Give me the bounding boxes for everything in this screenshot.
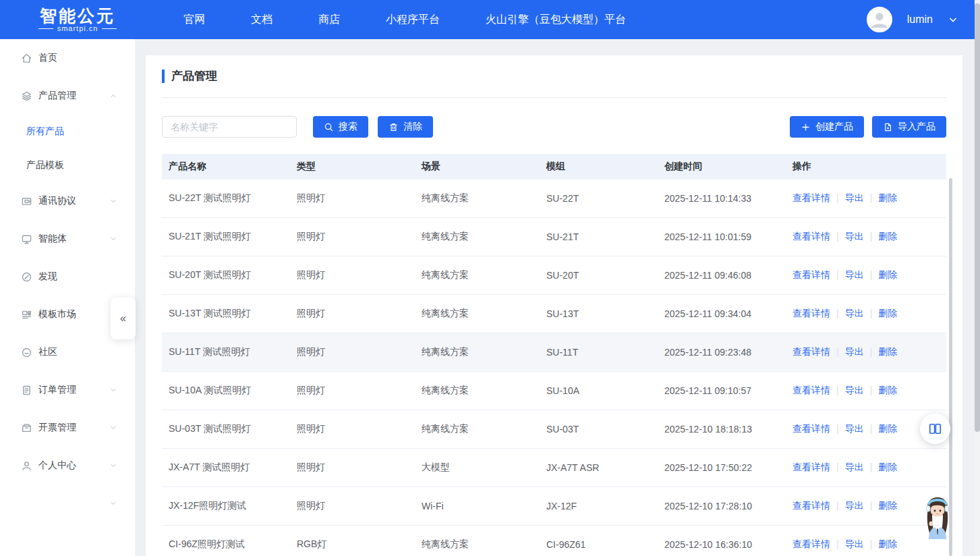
delete-link[interactable]: 删除 (878, 192, 897, 203)
nav-item-2[interactable]: 文档 (228, 0, 295, 39)
sidebar-item-5[interactable]: 发现 (0, 258, 135, 296)
view-details-link[interactable]: 查看详情 (792, 231, 830, 242)
username[interactable]: lumin (907, 13, 933, 26)
cell-type: 照明灯 (290, 462, 415, 474)
sidebar-item-4[interactable]: 智能体 (0, 220, 135, 258)
create-product-label: 创建产品 (815, 121, 853, 133)
sidebar-subitem-2[interactable]: 产品模板 (0, 148, 135, 182)
cell-type: 照明灯 (290, 269, 415, 281)
monitor-icon (21, 233, 32, 245)
clear-button-label: 清除 (403, 121, 422, 133)
column-header: 类型 (290, 161, 415, 173)
cell-created: 2025-12-11 09:10:57 (658, 385, 786, 396)
nav-item-3[interactable]: 商店 (295, 0, 363, 39)
export-link[interactable]: 导出 (845, 308, 864, 318)
delete-link[interactable]: 删除 (878, 269, 897, 280)
export-link[interactable]: 导出 (845, 385, 864, 395)
sidebar-item-2[interactable]: 产品管理 (0, 77, 135, 115)
user-icon (21, 460, 32, 472)
export-link[interactable]: 导出 (845, 462, 864, 472)
sidebar-item-10[interactable]: 个人中心 (0, 447, 135, 484)
search-icon (324, 122, 334, 132)
delete-link[interactable]: 删除 (878, 231, 897, 242)
sidebar-item-label: 开票管理 (38, 422, 76, 434)
chevron-down-icon[interactable] (948, 14, 958, 25)
sidebar-subitem-1[interactable]: 所有产品 (0, 115, 135, 148)
main-panel: 产品管理 搜索 清除 创建产 (146, 55, 962, 556)
view-details-link[interactable]: 查看详情 (792, 385, 830, 395)
table-row: SU-11T 测试照明灯照明灯纯离线方案SU-11T2025-12-11 09:… (162, 333, 946, 372)
export-link[interactable]: 导出 (845, 423, 864, 434)
export-link[interactable]: 导出 (845, 231, 864, 242)
page-scrollbar-thumb[interactable] (975, 3, 980, 432)
view-details-link[interactable]: 查看详情 (792, 346, 830, 357)
sidebar-item-label: 发现 (38, 271, 57, 283)
delete-link[interactable]: 删除 (878, 308, 897, 318)
view-details-link[interactable]: 查看详情 (792, 462, 830, 472)
cell-actions: 查看详情|导出|删除 (786, 385, 946, 397)
action-separator: | (836, 308, 839, 318)
nav-item-1[interactable]: 官网 (161, 0, 228, 39)
title-accent-bar (162, 70, 165, 83)
cell-actions: 查看详情|导出|删除 (786, 462, 946, 474)
chevron-down-icon (109, 499, 117, 507)
export-link[interactable]: 导出 (845, 500, 864, 511)
action-separator: | (836, 500, 839, 511)
create-product-button[interactable]: 创建产品 (790, 116, 864, 138)
sidebar-item-9[interactable]: 开票管理 (0, 409, 135, 447)
view-details-link[interactable]: 查看详情 (792, 423, 830, 434)
cell-created: 2025-12-11 10:14:33 (658, 193, 786, 204)
delete-link[interactable]: 删除 (878, 500, 897, 511)
import-product-button[interactable]: 导入产品 (872, 116, 946, 138)
export-link[interactable]: 导出 (845, 192, 864, 203)
export-link[interactable]: 导出 (845, 269, 864, 280)
export-link[interactable]: 导出 (845, 346, 864, 357)
docs-float-button[interactable] (920, 414, 950, 444)
clear-button[interactable]: 清除 (378, 116, 433, 138)
sidebar-collapse-button[interactable]: « (111, 298, 136, 339)
chevron-down-icon (109, 197, 117, 205)
sidebar-item-label: 订单管理 (38, 384, 76, 396)
action-separator: | (836, 423, 839, 434)
file-import-icon (883, 122, 893, 132)
assistant-mascot[interactable] (919, 493, 956, 539)
cell-created: 2025-12-10 18:18:13 (658, 424, 786, 435)
view-details-link[interactable]: 查看详情 (792, 269, 830, 280)
cell-scene: 纯离线方案 (415, 308, 540, 320)
page-scrollbar[interactable] (975, 0, 980, 556)
app-logo[interactable]: 智能公元 smartpi.cn (27, 7, 128, 32)
table-body: SU-22T 测试照明灯照明灯纯离线方案SU-22T2025-12-11 10:… (162, 179, 946, 556)
sidebar-item-3[interactable]: 通讯协议 (0, 182, 135, 220)
cell-type: 照明灯 (290, 423, 415, 435)
nav-item-5[interactable]: 火山引擎（豆包大模型）平台 (463, 0, 649, 39)
table-header-row: 产品名称类型场景模组创建时间操作 (162, 154, 946, 179)
action-separator: | (870, 308, 873, 318)
view-details-link[interactable]: 查看详情 (792, 538, 830, 549)
cell-module: SU-21T (540, 231, 658, 242)
view-details-link[interactable]: 查看详情 (792, 192, 830, 203)
delete-link[interactable]: 删除 (878, 423, 897, 434)
sidebar-item-11[interactable] (0, 484, 135, 522)
view-details-link[interactable]: 查看详情 (792, 500, 830, 511)
cell-name: SU-03T 测试照明灯 (162, 423, 290, 435)
delete-link[interactable]: 删除 (878, 538, 897, 549)
cell-scene: 纯离线方案 (415, 269, 540, 281)
cell-module: JX-12F (540, 501, 658, 511)
sidebar-item-1[interactable]: 首页 (0, 39, 135, 77)
column-header: 创建时间 (658, 161, 786, 173)
user-avatar[interactable] (867, 7, 892, 32)
view-details-link[interactable]: 查看详情 (792, 308, 830, 318)
nav-item-4[interactable]: 小程序平台 (363, 0, 463, 39)
export-link[interactable]: 导出 (845, 538, 864, 549)
sidebar-item-8[interactable]: 订单管理 (0, 371, 135, 409)
cell-name: SU-20T 测试照明灯 (162, 269, 290, 281)
delete-link[interactable]: 删除 (878, 346, 897, 357)
action-separator: | (870, 192, 873, 203)
sidebar-item-label: 通讯协议 (38, 195, 76, 207)
search-button[interactable]: 搜索 (313, 116, 368, 138)
open-book-icon (928, 422, 942, 436)
delete-link[interactable]: 删除 (878, 385, 897, 395)
search-input[interactable] (162, 116, 297, 138)
trash-icon (388, 122, 399, 132)
delete-link[interactable]: 删除 (878, 462, 897, 472)
